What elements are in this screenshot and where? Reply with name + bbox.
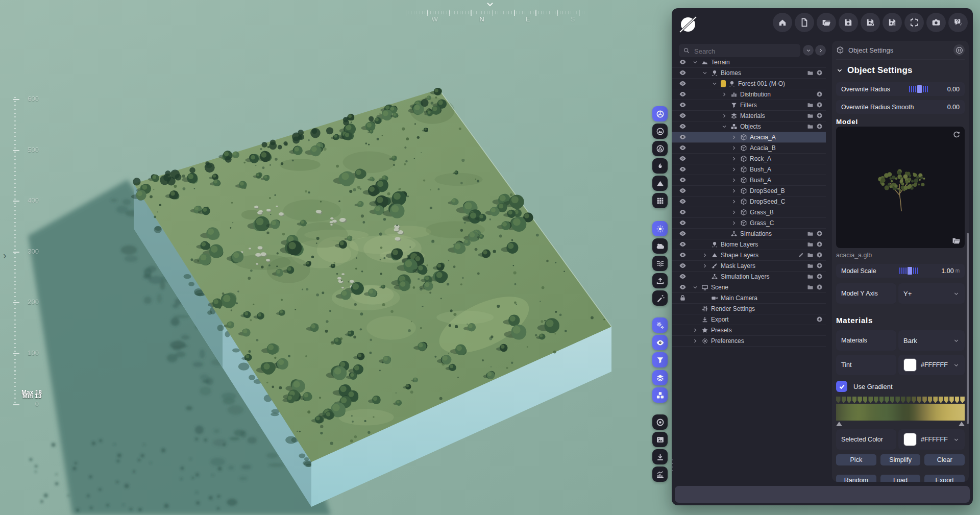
- plus-button[interactable]: [816, 241, 823, 248]
- visibility-toggle[interactable]: [679, 90, 687, 98]
- tint-color-picker[interactable]: #FFFFFF: [898, 355, 965, 375]
- objects-panel-button[interactable]: [652, 387, 668, 403]
- radius-slider[interactable]: [909, 85, 928, 93]
- pencil-button[interactable]: [798, 252, 804, 258]
- expand-toggle[interactable]: [731, 199, 737, 205]
- expand-toggle[interactable]: [731, 166, 737, 173]
- visibility-toggle[interactable]: [679, 283, 687, 291]
- gradient-stop[interactable]: [944, 397, 949, 403]
- visibility-toggle[interactable]: [679, 112, 687, 119]
- mesh-shading-mode-button[interactable]: [652, 141, 668, 156]
- gradient-stop[interactable]: [922, 397, 927, 403]
- color-tag[interactable]: [721, 80, 726, 87]
- weather-settings-button[interactable]: [652, 238, 668, 254]
- gradient-stop[interactable]: [885, 397, 889, 403]
- expand-toggle[interactable]: [731, 145, 737, 151]
- gradient-handle-left[interactable]: [836, 422, 842, 426]
- visibility-toggle[interactable]: [679, 187, 687, 194]
- field-value[interactable]: 0.00: [947, 104, 960, 111]
- tree-item-render-settings[interactable]: Render Settings: [672, 304, 826, 314]
- tree-item-acacia-b[interactable]: Acacia_B: [672, 143, 826, 154]
- model-preview[interactable]: [836, 127, 965, 248]
- model-scale-field[interactable]: Model Scale 1.00 m: [836, 264, 965, 278]
- tree-item-shape-layers[interactable]: Shape Layers: [672, 250, 826, 261]
- scale-slider[interactable]: [899, 267, 918, 275]
- tree-item-terrain[interactable]: Terrain: [672, 57, 826, 68]
- gradient-stop[interactable]: [917, 397, 922, 403]
- field-value[interactable]: 0.00: [947, 86, 960, 93]
- gradient-stop[interactable]: [955, 397, 960, 403]
- app-logo-icon[interactable]: [678, 13, 698, 35]
- gradient-stop[interactable]: [868, 397, 873, 403]
- plus-button[interactable]: [816, 273, 823, 280]
- chevron-down-icon[interactable]: [836, 67, 843, 74]
- materials-panel-button[interactable]: [652, 370, 668, 385]
- download-button-button[interactable]: [652, 449, 668, 464]
- folder-button[interactable]: [807, 273, 814, 280]
- refresh-preview-button[interactable]: [952, 131, 961, 139]
- plus-button[interactable]: [816, 316, 823, 323]
- plus-button[interactable]: [816, 230, 823, 237]
- folder-button[interactable]: [807, 102, 814, 108]
- save-as-new-button[interactable]: [861, 13, 880, 32]
- distribution-panel-button[interactable]: [652, 317, 668, 333]
- folder-button[interactable]: [807, 112, 814, 119]
- tree-item-filters[interactable]: Filters: [672, 100, 826, 111]
- filters-panel-button[interactable]: [652, 352, 668, 367]
- gradient-handle-right[interactable]: [959, 422, 965, 426]
- search-bar[interactable]: [679, 44, 800, 57]
- expand-toggle[interactable]: [692, 338, 698, 344]
- lighting-settings-button[interactable]: [652, 221, 668, 236]
- tree-item-simulation-layers[interactable]: Simulation Layers: [672, 272, 826, 282]
- panel-resize-grip[interactable]: [672, 456, 674, 474]
- folder-button[interactable]: [807, 241, 814, 248]
- fog-settings-button[interactable]: [652, 256, 668, 271]
- shading-mode-button[interactable]: [652, 106, 668, 121]
- folder-button[interactable]: [807, 252, 814, 258]
- folder-button[interactable]: [807, 123, 814, 130]
- visibility-toggle[interactable]: [679, 273, 687, 280]
- tree-item-bush-a[interactable]: Bush_A: [672, 164, 826, 175]
- gradient-stop[interactable]: [933, 397, 938, 403]
- tree-item-grass-c[interactable]: Grass_C: [672, 218, 826, 229]
- load-button[interactable]: Load: [880, 475, 921, 482]
- visibility-toggle[interactable]: [679, 144, 687, 152]
- expand-toggle[interactable]: [712, 81, 718, 87]
- gradient-stop[interactable]: [879, 397, 884, 403]
- simplify-button[interactable]: Simplify: [880, 454, 921, 465]
- history-forward-button[interactable]: [815, 45, 826, 56]
- export-assets-button[interactable]: [652, 273, 668, 288]
- overwrite-radius-smooth-field[interactable]: Overwrite Radius Smooth 0.00: [836, 100, 965, 114]
- lock-toggle[interactable]: [679, 294, 687, 302]
- plus-button[interactable]: [816, 284, 823, 290]
- open-project-button[interactable]: [817, 13, 836, 32]
- plus-button[interactable]: [816, 69, 823, 76]
- gradient-stop[interactable]: [842, 397, 846, 403]
- export-button[interactable]: Export: [924, 475, 965, 482]
- tree-item-rock-a[interactable]: Rock_A: [672, 154, 826, 164]
- visibility-toggle[interactable]: [679, 58, 687, 66]
- save-button[interactable]: [839, 13, 858, 32]
- help-button[interactable]: [948, 13, 968, 32]
- tree-item-main-camera[interactable]: Main Camera: [672, 293, 826, 304]
- tree-item-scene[interactable]: Scene: [672, 282, 826, 293]
- visibility-toggle[interactable]: [679, 101, 687, 109]
- gradient-stop[interactable]: [890, 397, 895, 403]
- tree-item-dropseed-c[interactable]: DropSeed_C: [672, 197, 826, 207]
- compass[interactable]: WNES: [406, 2, 590, 24]
- expand-toggle[interactable]: [702, 252, 708, 258]
- folder-button[interactable]: [807, 230, 814, 237]
- grid-tool-button[interactable]: [652, 193, 668, 208]
- visibility-toggle[interactable]: [679, 155, 687, 162]
- expand-toggle[interactable]: [731, 134, 737, 140]
- gradient-stop[interactable]: [863, 397, 868, 403]
- gradient-bar[interactable]: [836, 404, 965, 421]
- plus-button[interactable]: [816, 91, 823, 97]
- gradient-stop[interactable]: [939, 397, 943, 403]
- plus-button[interactable]: [816, 123, 823, 130]
- home-button[interactable]: [773, 13, 792, 32]
- gradient-stop[interactable]: [949, 397, 954, 403]
- collapse-arrow[interactable]: ›: [3, 250, 7, 260]
- expand-toggle[interactable]: [721, 124, 727, 130]
- expand-toggle[interactable]: [721, 91, 727, 97]
